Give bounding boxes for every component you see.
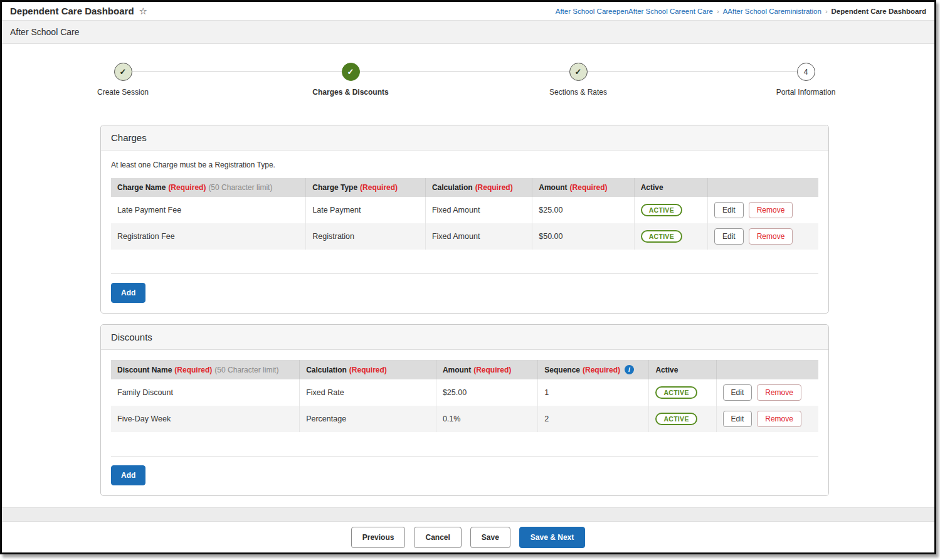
column-header-amount: Amount (Required) [436,360,538,379]
charges-table: Charge Name (Required) (50 Character lim… [111,178,818,274]
charge-type-cell: Registration [306,223,426,250]
check-icon: ✓ [114,63,132,81]
step-charges-discounts[interactable]: ✓ Charges & Discounts [282,63,420,97]
step-label: Portal Information [737,88,875,97]
charge-name-cell: Late Payment Fee [111,197,306,223]
table-row: Five-Day Week Percentage 0.1% 2 ACTIVE E… [111,406,818,432]
step-create-session[interactable]: ✓ Create Session [54,63,192,97]
remove-button[interactable]: Remove [749,228,793,245]
context-bar: After School Care [2,21,934,44]
step-label: Charges & Discounts [282,88,420,97]
charge-name-cell: Registration Fee [111,223,306,250]
column-header-active: Active [649,360,716,379]
column-header-discount-name: Discount Name (Required) (50 Character l… [111,360,300,379]
amount-cell: $25.00 [532,197,634,223]
chevron-right-icon: › [717,8,719,15]
column-header-calculation: Calculation (Required) [300,360,436,379]
chevron-right-icon: › [825,8,828,15]
add-discount-button[interactable]: Add [111,465,145,485]
amount-cell: $25.00 [436,379,538,406]
column-header-calculation: Calculation (Required) [426,178,532,197]
check-icon: ✓ [342,63,360,81]
action-bar: Previous Cancel Save Save & Next [2,522,934,552]
page-title: Dependent Care Dashboard [10,6,134,16]
status-badge: ACTIVE [641,204,682,216]
edit-button[interactable]: Edit [714,228,744,245]
discounts-card: Discounts Discount Name (Required) (50 C… [100,324,829,496]
edit-button[interactable]: Edit [714,202,744,218]
check-icon: ✓ [569,63,588,81]
previous-button[interactable]: Previous [351,527,406,548]
column-header-sequence: Sequence (Required) i [538,360,649,379]
column-header-actions [708,178,818,197]
breadcrumb-link-2[interactable]: AAfter School Careministration [723,8,821,15]
title-bar: Dependent Care Dashboard ☆ After School … [2,2,934,21]
cancel-button[interactable]: Cancel [414,527,461,548]
add-charge-button[interactable]: Add [111,283,145,303]
charges-card-title: Charges [101,125,828,151]
save-and-next-button[interactable]: Save & Next [519,527,585,548]
discounts-table: Discount Name (Required) (50 Character l… [111,360,818,457]
table-row: Family Discount Fixed Rate $25.00 1 ACTI… [111,379,818,406]
breadcrumb-link-1[interactable]: After School CareepenAfter School Careen… [556,8,713,15]
charges-table-header: Charge Name (Required) (50 Character lim… [111,178,818,197]
footer: Previous Cancel Save Save & Next [2,507,934,552]
table-row: Late Payment Fee Late Payment Fixed Amou… [111,197,818,223]
stepper-connector-line [123,71,806,72]
calculation-cell: Fixed Amount [426,197,532,223]
charge-type-cell: Late Payment [306,197,426,223]
calculation-cell: Fixed Rate [300,379,436,406]
discount-name-cell: Five-Day Week [111,406,300,432]
charges-note: At least one Charge must be a Registrati… [111,151,818,178]
favorite-star-icon[interactable]: ☆ [139,6,147,16]
status-badge: ACTIVE [655,386,697,399]
remove-button[interactable]: Remove [749,202,793,218]
step-label: Create Session [54,88,192,97]
table-empty-space [111,432,818,457]
status-badge: ACTIVE [655,413,697,425]
remove-button[interactable]: Remove [757,384,801,401]
step-portal-information[interactable]: 4 Portal Information [737,63,875,97]
breadcrumb-current: Dependent Care Dashboard [832,8,926,15]
discounts-card-title: Discounts [101,325,828,350]
amount-cell: $50.00 [532,223,634,250]
calculation-cell: Fixed Amount [426,223,532,250]
charges-card: Charges At least one Charge must be a Re… [100,125,829,314]
breadcrumb: After School CareepenAfter School Careen… [556,8,926,15]
footer-divider-band [2,507,934,522]
sequence-cell: 2 [538,406,649,432]
column-header-charge-name: Charge Name (Required) (50 Character lim… [111,178,306,197]
calculation-cell: Percentage [300,406,436,432]
step-number: 4 [797,63,815,81]
edit-button[interactable]: Edit [723,411,753,427]
sequence-cell: 1 [538,379,649,406]
column-header-charge-type: Charge Type (Required) [306,178,426,197]
app-window: Dependent Care Dashboard ☆ After School … [0,0,936,554]
edit-button[interactable]: Edit [723,384,753,401]
column-header-amount: Amount (Required) [532,178,634,197]
discount-name-cell: Family Discount [111,379,300,406]
column-header-actions [717,360,818,379]
table-row: Registration Fee Registration Fixed Amou… [111,223,818,250]
table-empty-space [111,250,818,274]
remove-button[interactable]: Remove [757,411,801,427]
context-title: After School Care [10,27,80,37]
step-label: Sections & Rates [509,88,647,97]
status-badge: ACTIVE [641,230,682,243]
save-button[interactable]: Save [470,527,510,548]
wizard-stepper: ✓ Create Session ✓ Charges & Discounts ✓… [2,54,934,112]
info-icon[interactable]: i [625,365,634,374]
column-header-active: Active [635,178,708,197]
step-sections-rates[interactable]: ✓ Sections & Rates [509,63,647,97]
discounts-table-header: Discount Name (Required) (50 Character l… [111,360,818,379]
amount-cell: 0.1% [436,406,538,432]
